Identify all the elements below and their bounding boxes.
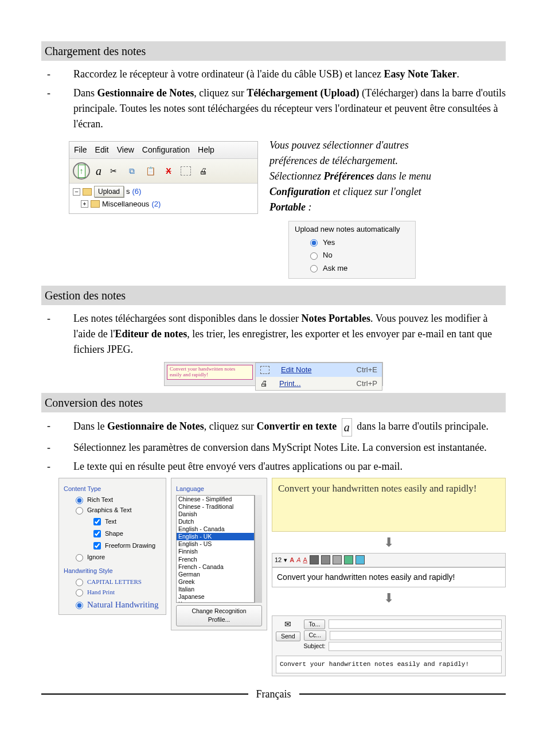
radio-caps[interactable]: CAPITAL LETTERS — [73, 577, 161, 587]
delete-icon[interactable]: X — [162, 165, 175, 177]
heading-gestion: Gestion des notes — [41, 286, 506, 305]
language-option[interactable]: English - Canada — [177, 525, 254, 533]
radio-graphics-text[interactable]: Graphics & Text — [73, 505, 161, 515]
li-conv1: Dans le Gestionnaire de Notes, cliquez s… — [73, 418, 506, 437]
menu-view[interactable]: View — [117, 144, 134, 156]
group-handwriting-style: Handwriting Style — [64, 566, 161, 576]
language-option[interactable]: French - Canada — [177, 563, 254, 571]
app-menubar-screenshot: File Edit View Configuration Help ↑ a ✂ … — [69, 141, 258, 214]
footer-rule — [41, 693, 248, 695]
aside-upload-prefs: Vous pouvez sélectionner d'autres préfér… — [269, 138, 441, 215]
upload-button[interactable]: Upload — [94, 186, 124, 197]
select-icon — [260, 366, 269, 374]
convert-text-icon[interactable]: a — [96, 162, 101, 180]
color-swatch[interactable] — [344, 555, 353, 564]
language-option[interactable]: Greek — [177, 578, 254, 586]
menu-config[interactable]: Configuration — [142, 144, 190, 156]
handwritten-sample: Convert your handwritten notes easily an… — [272, 478, 506, 532]
language-option[interactable]: Italian — [177, 586, 254, 593]
check-shape[interactable]: Shape — [91, 528, 161, 539]
print-icon[interactable]: 🖨 — [197, 165, 209, 177]
to-field[interactable] — [329, 619, 502, 629]
upload-prefs-panel: Upload new notes automatically Yes No As… — [288, 221, 416, 279]
chevron-down-icon[interactable]: ▾ — [284, 555, 287, 565]
upload-icon[interactable]: ↑ — [73, 162, 90, 180]
radio-ignore[interactable]: Ignore — [73, 552, 161, 562]
subject-label: Subject: — [304, 642, 326, 651]
radio-handprint[interactable]: Hand Print — [73, 587, 161, 597]
content-type-panel: Content Type Rich Text Graphics & Text T… — [58, 478, 166, 615]
print-icon: 🖨 — [260, 378, 268, 389]
language-option[interactable]: Japanese — [177, 593, 254, 601]
group-content-type: Content Type — [64, 484, 161, 494]
color-swatch[interactable] — [310, 555, 319, 564]
cut-icon[interactable]: ✂ — [107, 165, 120, 177]
to-button[interactable]: To... — [304, 619, 326, 630]
paste-icon[interactable]: 📋 — [144, 165, 157, 177]
check-freeform[interactable]: Freeform Drawing — [91, 540, 161, 551]
radio-yes[interactable]: Yes — [307, 237, 409, 248]
ctx-edit-note[interactable]: Edit NoteCtrl+E — [256, 363, 382, 377]
language-option[interactable]: English - US — [177, 540, 254, 548]
language-option[interactable]: Chinese - Traditional — [177, 503, 254, 511]
context-menu-screenshot: Convert your handwritten noteseasily and… — [164, 362, 383, 386]
li-connect-receiver: Raccordez le récepteur à votre ordinateu… — [73, 67, 506, 82]
scrollbar[interactable] — [255, 495, 262, 603]
language-option[interactable]: Finnish — [177, 548, 254, 555]
heading-conversion: Conversion des notes — [41, 393, 506, 412]
color-swatch[interactable] — [333, 555, 342, 564]
language-option[interactable]: German — [177, 571, 254, 578]
subject-field[interactable] — [329, 642, 502, 651]
folder-icon — [83, 188, 92, 196]
menu-help[interactable]: Help — [198, 144, 214, 156]
language-panel: Language Chinese - SimplifiedChinese - T… — [171, 478, 267, 630]
menu-edit[interactable]: Edit — [95, 144, 109, 156]
copy-icon[interactable]: ⧉ — [126, 165, 138, 177]
li-click-upload: Dans Gestionnaire de Notes, cliquez sur … — [73, 85, 506, 132]
color-swatch[interactable] — [321, 555, 330, 564]
language-option[interactable]: English - UK — [177, 533, 254, 540]
folder-s-count: (6) — [132, 186, 142, 197]
heading-chargement: Chargement des notes — [41, 41, 506, 61]
language-option[interactable]: Chinese - Simplified — [177, 496, 254, 503]
li-gestion: Les notes téléchargées sont disponibles … — [73, 311, 506, 357]
ctx-print[interactable]: 🖨 Print...Ctrl+P — [256, 377, 382, 391]
select-icon[interactable] — [181, 166, 191, 176]
li-conv2: Sélectionnez les paramètres de conversio… — [73, 440, 506, 455]
language-option[interactable]: French — [177, 556, 254, 563]
tree-collapse-icon[interactable]: – — [73, 188, 80, 196]
send-icon: ✉ — [284, 618, 291, 630]
change-profile-button[interactable]: Change Recognition Profile... — [176, 605, 262, 627]
radio-natural[interactable]: Natural Handwriting — [73, 598, 161, 611]
language-list[interactable]: Chinese - SimplifiedChinese - Traditiona… — [176, 495, 255, 603]
footer-language: Français — [256, 687, 291, 702]
send-button[interactable]: Send — [276, 632, 300, 642]
sticky-note-thumb: Convert your handwritten noteseasily and… — [167, 365, 253, 380]
cc-button[interactable]: Cc... — [304, 630, 327, 641]
radio-rich-text[interactable]: Rich Text — [73, 495, 161, 505]
format-toolbar: 12▾ A A A — [272, 553, 506, 567]
menu-file[interactable]: File — [74, 144, 87, 156]
font-size-select[interactable]: 12 — [275, 555, 282, 565]
language-option[interactable]: Korean — [177, 601, 254, 602]
conversion-result-column: Convert your handwritten notes easily an… — [272, 478, 506, 676]
radio-no[interactable]: No — [307, 250, 409, 261]
language-option[interactable]: Dutch — [177, 518, 254, 525]
tree-expand-icon[interactable]: + — [81, 200, 88, 208]
arrow-down-icon: ⬇ — [382, 533, 395, 552]
radio-ask[interactable]: Ask me — [307, 263, 409, 274]
converted-text-output: Convert your handwritten notes easily an… — [272, 567, 506, 587]
folder-misc[interactable]: Miscellaneous — [102, 198, 149, 210]
email-body[interactable]: Convert your handwritten notes easily an… — [276, 656, 502, 673]
li-conv3: Le texte qui en résulte peut être envoyé… — [73, 459, 506, 474]
underline-icon[interactable]: A — [303, 555, 307, 565]
language-option[interactable]: Danish — [177, 511, 254, 518]
cc-field[interactable] — [330, 631, 502, 640]
folder-icon — [91, 200, 100, 208]
check-text[interactable]: Text — [91, 516, 161, 527]
color-swatch[interactable] — [355, 555, 365, 564]
italic-icon[interactable]: A — [296, 555, 300, 565]
convert-text-icon: a — [342, 418, 352, 437]
font-color-icon[interactable]: A — [290, 555, 294, 565]
email-compose-panel: ✉ Send To... Cc... Subject: Convert your… — [272, 615, 506, 676]
